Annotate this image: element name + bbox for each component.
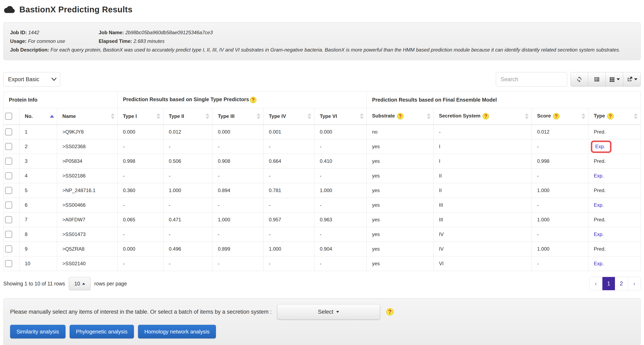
cell-type2: - <box>163 139 212 154</box>
refresh-button[interactable] <box>570 72 588 87</box>
column-header-type[interactable]: Type? <box>588 108 641 125</box>
row-checkbox[interactable] <box>5 187 12 194</box>
column-header-type3[interactable]: Type III <box>212 108 263 125</box>
phylogenetic-analysis-button[interactable]: Phylogenetic analysis <box>70 325 134 338</box>
job-info-panel: Job ID: 1442 Job Name: 2b98bc05ba960db58… <box>3 22 641 60</box>
column-header-type1[interactable]: Type I <box>118 108 163 125</box>
column-header-row: No. Name Type I Type II Type III Type IV… <box>4 108 641 125</box>
help-icon[interactable]: ? <box>250 97 256 103</box>
column-header-type4[interactable]: Type IV <box>263 108 314 125</box>
table-row: 10 >SS02140 - - - - - yes VI - Exp. <box>4 256 641 271</box>
rows-per-page-label: rows per page <box>94 281 127 287</box>
page-button-1[interactable]: 1 <box>602 277 615 290</box>
row-checkbox[interactable] <box>5 216 12 223</box>
cell-name: >SS02368 <box>57 139 118 154</box>
export-button[interactable] <box>623 72 641 87</box>
row-checkbox-cell <box>4 242 19 256</box>
column-header-type6[interactable]: Type VI <box>314 108 367 125</box>
pager: ‹ 1 2 › <box>589 277 641 290</box>
cell-type3: - <box>212 169 263 183</box>
cell-type: Pred. <box>588 242 641 256</box>
type-value[interactable]: Exp. <box>594 231 604 237</box>
usage-value: For common use <box>28 38 65 44</box>
help-icon[interactable]: ? <box>607 113 614 120</box>
cell-substrate: yes <box>366 242 434 256</box>
cell-type4: 0.957 <box>263 212 314 227</box>
table-row: 6 >SS00466 - - - - - yes III - Exp. <box>4 198 641 212</box>
help-icon[interactable]: ? <box>386 308 394 315</box>
row-checkbox[interactable] <box>5 143 12 150</box>
columns-button[interactable] <box>606 72 623 87</box>
help-icon[interactable]: ? <box>397 113 404 120</box>
row-checkbox-cell <box>4 212 19 227</box>
type-value[interactable]: Exp. <box>594 173 604 178</box>
column-header-secretion-system[interactable]: Secretion System? <box>434 108 532 125</box>
next-page-button[interactable]: › <box>628 277 640 290</box>
page-size-value: 10 <box>74 281 80 287</box>
page-button-2[interactable]: 2 <box>615 277 628 290</box>
row-checkbox[interactable] <box>5 245 12 252</box>
help-icon[interactable]: ? <box>482 113 489 120</box>
column-header-name[interactable]: Name <box>57 108 118 125</box>
column-header-substrate[interactable]: Substrate? <box>366 108 434 125</box>
cell-score: - <box>532 169 588 183</box>
row-checkbox[interactable] <box>5 202 12 209</box>
cell-type: Exp. <box>588 139 641 154</box>
cell-secretion-system: III <box>434 198 532 212</box>
cell-name: >P05834 <box>57 154 118 169</box>
cell-type6: 0.000 <box>314 125 367 139</box>
row-checkbox[interactable] <box>5 231 12 238</box>
toggle-view-button[interactable] <box>588 72 606 87</box>
cell-type: Pred. <box>588 125 641 139</box>
export-select[interactable]: Export Basic <box>3 72 60 87</box>
column-header-type2[interactable]: Type II <box>163 108 212 125</box>
cell-name: >SS00466 <box>57 198 118 212</box>
sort-icon <box>156 113 160 119</box>
cell-substrate: yes <box>366 154 434 169</box>
refresh-icon <box>576 76 582 83</box>
column-header-no[interactable]: No. <box>19 108 57 125</box>
homology-network-analysis-button[interactable]: Homology network analysis <box>138 325 216 338</box>
cell-type4: - <box>263 227 314 242</box>
cell-no: 2 <box>19 139 57 154</box>
batch-select-button[interactable]: Select <box>277 304 380 319</box>
sort-icon <box>308 113 311 119</box>
cell-no: 5 <box>19 183 57 198</box>
cell-score: - <box>532 256 588 271</box>
select-all-checkbox[interactable] <box>5 113 12 120</box>
cell-type3: - <box>212 256 263 271</box>
export-icon <box>626 76 633 83</box>
table-row: 3 >P05834 0.998 0.506 0.908 0.664 0.410 … <box>4 154 641 169</box>
cell-no: 7 <box>19 212 57 227</box>
cell-type4: - <box>263 256 314 271</box>
cell-type2: - <box>163 198 212 212</box>
cell-substrate: yes <box>366 169 434 183</box>
page-size-button[interactable]: 10 <box>69 277 91 290</box>
column-header-score[interactable]: Score? <box>532 108 588 125</box>
cell-name: >SS02186 <box>57 169 118 183</box>
job-description-label: Job Description: <box>10 47 49 53</box>
type-value[interactable]: Exp. <box>591 141 612 153</box>
job-name-label: Job Name: <box>99 30 124 35</box>
cell-substrate: no <box>366 125 434 139</box>
help-icon[interactable]: ? <box>553 113 560 120</box>
row-checkbox[interactable] <box>5 260 12 267</box>
cell-secretion-system: IV <box>434 227 532 242</box>
row-checkbox[interactable] <box>5 128 12 135</box>
similarity-analysis-button[interactable]: Similarity analysis <box>10 325 66 338</box>
cell-type3: - <box>212 227 263 242</box>
job-id-value: 1442 <box>28 30 39 35</box>
row-checkbox[interactable] <box>5 158 12 165</box>
cell-type1: 0.000 <box>118 242 163 256</box>
row-checkbox-cell <box>4 198 19 212</box>
type-value[interactable]: Exp. <box>594 202 604 208</box>
cell-type6: - <box>314 227 367 242</box>
row-checkbox[interactable] <box>5 172 12 179</box>
prev-page-button[interactable]: ‹ <box>590 277 602 290</box>
type-value[interactable]: Exp. <box>594 261 604 266</box>
cell-type4: 0.781 <box>263 183 314 198</box>
search-input[interactable] <box>496 72 567 87</box>
toggle-view-icon <box>594 76 600 83</box>
cell-type6: - <box>314 169 367 183</box>
selection-prompt: Please manually select any items of inte… <box>10 309 272 315</box>
